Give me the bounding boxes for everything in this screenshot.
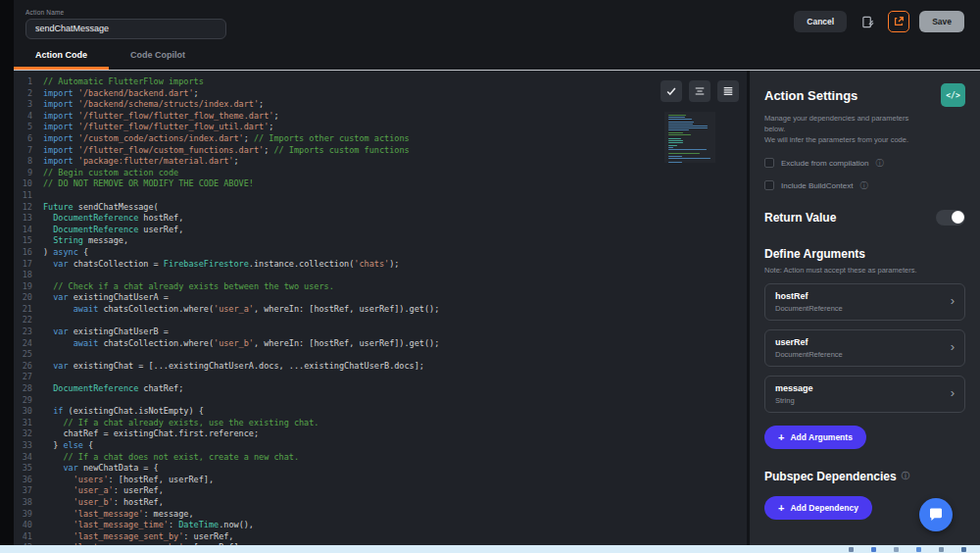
taskbar-icon-4[interactable]	[916, 547, 921, 552]
checkbox-icon[interactable]	[764, 180, 774, 190]
code-line[interactable]: 38 'user_b': hostRef,	[14, 497, 747, 509]
code-line[interactable]: 30 if (existingChat.isNotEmpty) {	[14, 406, 747, 418]
code-line[interactable]: 28 DocumentReference chatRef;	[14, 383, 747, 395]
argument-name: hostRef	[775, 291, 955, 301]
return-value-toggle[interactable]	[936, 210, 965, 226]
code-line[interactable]: 18	[14, 270, 747, 281]
tab-code-copilot[interactable]: Code Copilot	[109, 43, 207, 70]
save-button[interactable]: Save	[919, 11, 964, 32]
code-line[interactable]: 35 var newChatData = {	[14, 463, 747, 475]
code-line[interactable]: 9// Begin custom action code	[14, 168, 747, 179]
code-line[interactable]: 26 var existingChat = [...existingChatUs…	[14, 361, 747, 373]
chevron-right-icon	[951, 385, 955, 400]
checkbox-exclude-compilation[interactable]: Exclude from compilation ⓘ	[764, 158, 965, 169]
code-line[interactable]: 4import '/flutter_flow/flutter_flow_them…	[14, 111, 747, 123]
info-icon: ⓘ	[875, 158, 883, 169]
pubspec-title: Pubspec Dependencies	[764, 470, 897, 483]
argument-type: DocumentReference	[775, 350, 955, 359]
code-line[interactable]: 23 var existingChatUserB =	[14, 327, 747, 338]
code-editor[interactable]: 1// Automatic FlutterFlow imports2import…	[14, 71, 747, 545]
action-name-input[interactable]	[25, 19, 226, 39]
add-arguments-label: Add Arguments	[790, 432, 852, 442]
code-line[interactable]: 2import '/backend/backend.dart';	[14, 88, 747, 100]
left-edge-strip	[0, 0, 14, 545]
topbar-actions: Cancel Save	[794, 11, 964, 32]
panel-description-line2: We will infer the parameters from your c…	[764, 135, 926, 146]
return-value-row: Return Value	[764, 210, 965, 226]
code-line[interactable]: 16) async {	[14, 247, 747, 259]
code-line[interactable]: 24 await chatsCollection.where('user_b',…	[14, 338, 747, 350]
checkbox-icon[interactable]	[764, 158, 774, 168]
code-line[interactable]: 29	[14, 395, 747, 407]
code-line[interactable]: 41 'last_message_sent_by': userRef,	[14, 531, 747, 543]
format-justify-icon[interactable]	[717, 80, 739, 102]
taskbar-icon-3[interactable]	[894, 547, 899, 552]
add-dependency-label: Add Dependency	[790, 503, 858, 513]
argument-card-message[interactable]: message String	[764, 376, 965, 413]
code-line[interactable]: 39 'last_message': message,	[14, 509, 747, 521]
checkbox-label: Exclude from compilation	[781, 159, 868, 168]
code-line[interactable]: 3import '/backend/schema/structs/index.d…	[14, 99, 747, 111]
format-center-icon[interactable]	[689, 80, 710, 102]
code-line[interactable]: 17 var chatsCollection = FirebaseFiresto…	[14, 259, 747, 271]
toggle-knob	[952, 211, 964, 224]
code-line[interactable]: 11	[14, 190, 747, 202]
argument-card-userref[interactable]: userRef DocumentReference	[764, 329, 965, 367]
code-line[interactable]: 14 DocumentReference userRef,	[14, 225, 747, 236]
edit-document-icon[interactable]	[857, 11, 878, 32]
code-lines[interactable]: 1// Automatic FlutterFlow imports2import…	[14, 71, 747, 545]
code-line[interactable]: 13 DocumentReference hostRef,	[14, 213, 747, 225]
code-view-icon[interactable]	[941, 83, 965, 107]
chevron-right-icon	[951, 339, 955, 354]
code-line[interactable]: 1// Automatic FlutterFlow imports	[14, 76, 747, 88]
code-line[interactable]: 20 var existingChatUserA =	[14, 292, 747, 304]
taskbar-icon-1[interactable]	[849, 547, 854, 552]
code-line[interactable]: 22	[14, 315, 747, 327]
cancel-button[interactable]: Cancel	[794, 11, 847, 32]
taskbar-icon-6[interactable]	[961, 547, 966, 552]
check-icon[interactable]	[661, 80, 682, 102]
code-line[interactable]: 21 await chatsCollection.where('user_a',…	[14, 304, 747, 316]
code-line[interactable]: 15 String message,	[14, 235, 747, 247]
code-line[interactable]: 10// DO NOT REMOVE OR MODIFY THE CODE AB…	[14, 178, 747, 190]
minimap[interactable]	[664, 112, 715, 163]
code-line[interactable]: 40 'last_message_time': DateTime.now(),	[14, 520, 747, 531]
argument-type: String	[775, 396, 955, 405]
open-in-new-icon[interactable]	[888, 11, 909, 32]
action-name-label: Action Name	[25, 9, 226, 16]
tab-action-code[interactable]: Action Code	[14, 43, 109, 70]
code-line[interactable]: 7import '/flutter_flow/custom_functions.…	[14, 145, 747, 157]
return-value-label: Return Value	[764, 211, 836, 225]
code-line[interactable]: 12Future sendChatMessage(	[14, 202, 747, 214]
main-content: 1// Automatic FlutterFlow imports2import…	[14, 70, 980, 545]
taskbar-icon-5[interactable]	[939, 547, 944, 552]
panel-title: Action Settings	[764, 88, 858, 103]
pubspec-title-row: Pubspec Dependencies ⓘ	[764, 470, 965, 483]
chat-support-button[interactable]	[919, 498, 953, 531]
code-line[interactable]: 5import '/flutter_flow/flutter_flow_util…	[14, 122, 747, 133]
code-line[interactable]: 27	[14, 372, 747, 383]
plus-icon	[778, 502, 784, 514]
panel-description: Manage your dependencies and parameters …	[764, 114, 926, 146]
code-line[interactable]: 31 // If a chat already exists, use the …	[14, 418, 747, 429]
chevron-right-icon	[951, 293, 955, 308]
add-arguments-button[interactable]: Add Arguments	[764, 426, 866, 449]
code-line[interactable]: 36 'users': [hostRef, userRef],	[14, 475, 747, 486]
code-line[interactable]: 32 chatRef = existingChat.first.referenc…	[14, 428, 747, 440]
argument-card-hostref[interactable]: hostRef DocumentReference	[764, 283, 965, 321]
code-line[interactable]: 33 } else {	[14, 440, 747, 452]
editor-toolbar	[661, 80, 739, 102]
action-settings-panel: Action Settings Manage your dependencies…	[750, 71, 980, 545]
code-line[interactable]: 6import '/custom_code/actions/index.dart…	[14, 133, 747, 145]
taskbar-icon-2[interactable]	[871, 547, 876, 552]
add-dependency-button[interactable]: Add Dependency	[764, 496, 872, 520]
info-icon: ⓘ	[859, 180, 867, 191]
define-arguments-title: Define Arguments	[764, 247, 965, 261]
code-line[interactable]: 25	[14, 349, 747, 361]
code-line[interactable]: 37 'user_a': userRef,	[14, 485, 747, 497]
code-line[interactable]: 34 // If a chat does not exist, create a…	[14, 452, 747, 464]
checkbox-include-buildcontext[interactable]: Include BuildContext ⓘ	[764, 180, 965, 191]
code-line[interactable]: 19 // Check if a chat already exists bet…	[14, 281, 747, 293]
code-line[interactable]: 8import 'package:flutter/material.dart';	[14, 156, 747, 168]
topbar: Action Name Cancel Save	[14, 0, 980, 43]
